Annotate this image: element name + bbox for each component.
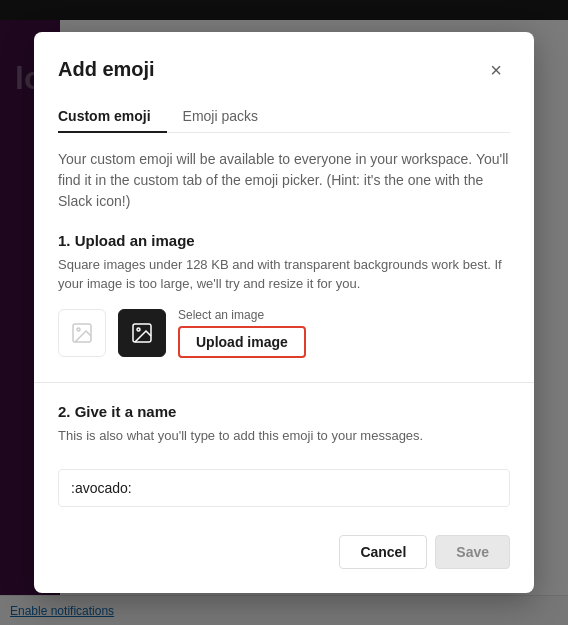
modal-title: Add emoji bbox=[58, 58, 155, 81]
section2-title: 2. Give it a name bbox=[58, 403, 510, 420]
tabs-container: Custom emoji Emoji packs bbox=[58, 100, 510, 133]
section1-title: 1. Upload an image bbox=[58, 232, 510, 249]
add-emoji-modal: Add emoji × Custom emoji Emoji packs You… bbox=[34, 32, 534, 594]
section2-subtitle: This is also what you'll type to add thi… bbox=[58, 426, 510, 446]
upload-area: Select an image Upload image bbox=[58, 308, 510, 358]
close-button[interactable]: × bbox=[482, 56, 510, 84]
modal-footer: Cancel Save bbox=[58, 527, 510, 569]
upload-image-button[interactable]: Upload image bbox=[178, 326, 306, 358]
modal-header: Add emoji × bbox=[58, 56, 510, 84]
divider bbox=[34, 382, 534, 383]
upload-section: 1. Upload an image Square images under 1… bbox=[58, 232, 510, 358]
tab-emoji-packs[interactable]: Emoji packs bbox=[183, 100, 274, 132]
upload-controls: Select an image Upload image bbox=[178, 308, 306, 358]
image-placeholder-light bbox=[58, 309, 106, 357]
modal-backdrop: Add emoji × Custom emoji Emoji packs You… bbox=[0, 0, 568, 625]
save-button[interactable]: Save bbox=[435, 535, 510, 569]
svg-point-3 bbox=[137, 328, 140, 331]
svg-point-1 bbox=[77, 328, 80, 331]
section1-subtitle: Square images under 128 KB and with tran… bbox=[58, 255, 510, 294]
cancel-button[interactable]: Cancel bbox=[339, 535, 427, 569]
image-placeholder-dark bbox=[118, 309, 166, 357]
name-section: 2. Give it a name This is also what you'… bbox=[58, 403, 510, 508]
tab-custom-emoji[interactable]: Custom emoji bbox=[58, 100, 167, 132]
select-image-label: Select an image bbox=[178, 308, 306, 322]
modal-description: Your custom emoji will be available to e… bbox=[58, 149, 510, 212]
emoji-name-input[interactable] bbox=[58, 469, 510, 507]
